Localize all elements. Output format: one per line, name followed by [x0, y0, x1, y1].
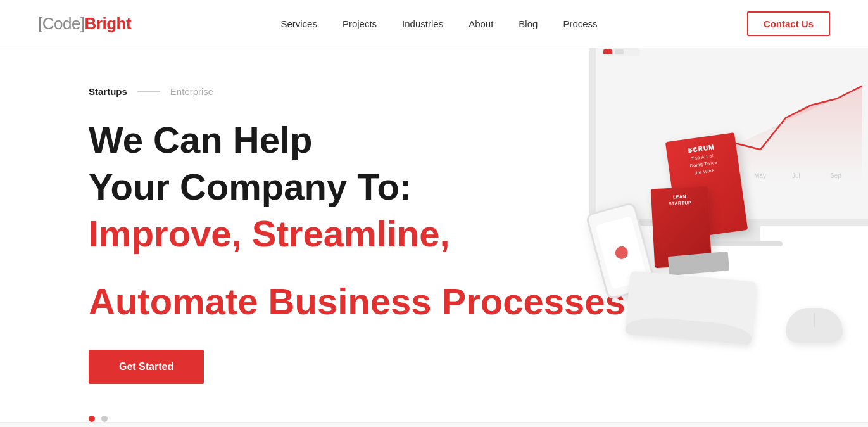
segment-enterprise[interactable]: Enterprise [170, 86, 213, 97]
svg-text:Sep: Sep [830, 172, 841, 179]
hero-heading-line2: Your Company To: [89, 167, 830, 207]
hero-subheading-line1: Improve, Streamline, [89, 213, 830, 254]
logo-bright: Bright [85, 14, 132, 33]
hero-heading: We Can Help Your Company To: [89, 120, 830, 207]
carousel-dots [89, 416, 830, 422]
get-started-button[interactable]: Get Started [89, 350, 204, 384]
nav-item-blog[interactable]: Blog [519, 18, 538, 30]
nav-item-industries[interactable]: Industries [402, 18, 443, 30]
achievements-bar: Our Achievements Google FGoodFirms Clutc… [0, 422, 868, 427]
carousel-dot-2[interactable] [101, 416, 108, 422]
carousel-dot-1[interactable] [89, 416, 95, 422]
nav-links: Services Projects Industries About Blog … [280, 18, 597, 30]
segment-tabs: Startups Enterprise [89, 86, 830, 97]
nav-item-services[interactable]: Services [280, 18, 317, 30]
segment-startups[interactable]: Startups [89, 86, 127, 97]
contact-button[interactable]: Contact Us [747, 11, 830, 36]
nav-item-projects[interactable]: Projects [343, 18, 377, 30]
hero-heading-line1: We Can Help [89, 120, 830, 160]
logo-bracket: [Code] [38, 14, 85, 33]
navbar: [Code]Bright Services Projects Industrie… [0, 0, 868, 48]
segment-divider [137, 91, 160, 92]
nav-item-about[interactable]: About [469, 18, 493, 30]
hero-section: Startups Enterprise We Can Help Your Com… [0, 48, 868, 422]
hero-subheading: Improve, Streamline, Automate Business P… [89, 213, 830, 322]
logo[interactable]: [Code]Bright [38, 14, 131, 34]
nav-item-process[interactable]: Process [563, 18, 597, 30]
hero-subheading-line2: Automate Business Processes. [89, 281, 830, 322]
